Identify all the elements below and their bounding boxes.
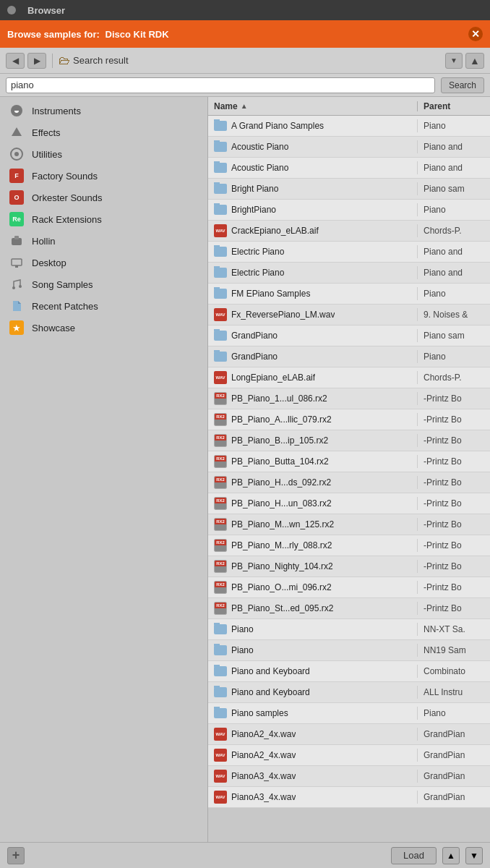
sidebar-item-label: Desktop bbox=[32, 258, 66, 268]
table-row[interactable]: RX2PB_Piano_Nighty_104.rx2-Printz Bo bbox=[208, 556, 490, 577]
table-row[interactable]: RX2PB_Piano_St...ed_095.rx2-Printz Bo bbox=[208, 598, 490, 619]
nav-up-button[interactable]: ▲ bbox=[465, 53, 484, 69]
sidebar-item-showcase[interactable]: ★Showcase bbox=[0, 317, 207, 339]
forward-button[interactable]: ▶ bbox=[27, 53, 46, 69]
folder-icon bbox=[214, 686, 227, 699]
table-row[interactable]: FM EPiano SamplesPiano bbox=[208, 284, 490, 305]
table-row[interactable]: RX2PB_Piano_1...ul_086.rx2-Printz Bo bbox=[208, 388, 490, 409]
col-name-header[interactable]: Name ▲ bbox=[208, 101, 418, 111]
table-row[interactable]: WAVFx_ReversePiano_LM.wav9. Noises & bbox=[208, 305, 490, 326]
table-row[interactable]: WAVLongEpiano_eLAB.aifChords-P. bbox=[208, 367, 490, 388]
title-bar: Browser bbox=[0, 0, 490, 20]
folder-icon bbox=[214, 203, 227, 216]
file-name-cell: RX2PB_Piano_H...ds_092.rx2 bbox=[208, 476, 418, 489]
file-name-cell: WAVFx_ReversePiano_LM.wav bbox=[208, 308, 418, 321]
file-name-cell: RX2PB_Piano_M...wn_125.rx2 bbox=[208, 518, 418, 531]
file-name-cell: Piano samples bbox=[208, 707, 418, 720]
wav-icon: WAV bbox=[214, 770, 227, 783]
sidebar-item-instruments[interactable]: Instruments bbox=[0, 100, 207, 122]
folder-icon: 🗁 bbox=[59, 54, 70, 67]
file-name-cell: Piano and Keyboard bbox=[208, 665, 418, 678]
factory-icon: F bbox=[9, 168, 25, 184]
browse-name: Disco Kit RDK bbox=[106, 29, 169, 40]
file-panel: Name ▲ Parent A Grand Piano SamplesPiano… bbox=[208, 97, 490, 842]
file-name-cell: RX2PB_Piano_Nighty_104.rx2 bbox=[208, 560, 418, 573]
table-row[interactable]: RX2PB_Piano_M...rly_088.rx2-Printz Bo bbox=[208, 535, 490, 556]
sidebar-item-label: Hollin bbox=[32, 236, 56, 247]
close-button[interactable]: ✕ bbox=[468, 27, 483, 41]
file-list[interactable]: A Grand Piano SamplesPianoAcoustic Piano… bbox=[208, 116, 490, 842]
sidebar-item-effects[interactable]: Effects bbox=[0, 122, 207, 143]
sidebar-item-desktop[interactable]: Desktop bbox=[0, 252, 207, 273]
table-row[interactable]: RX2PB_Piano_B...ip_105.rx2-Printz Bo bbox=[208, 430, 490, 451]
table-row[interactable]: WAVCrackEpiano_eLAB.aifChords-P. bbox=[208, 221, 490, 242]
file-parent: -Printz Bo bbox=[418, 477, 490, 488]
file-parent: NN-XT Sa. bbox=[418, 624, 490, 634]
file-name-cell: Bright Piano bbox=[208, 182, 418, 195]
back-button[interactable]: ◀ bbox=[6, 53, 25, 69]
file-parent: Piano and bbox=[418, 268, 490, 278]
col-parent-header[interactable]: Parent bbox=[418, 101, 490, 111]
table-row[interactable]: BrightPianoPiano bbox=[208, 200, 490, 221]
table-row[interactable]: RX2PB_Piano_H...ds_092.rx2-Printz Bo bbox=[208, 472, 490, 493]
table-row[interactable]: RX2PB_Piano_O...mi_096.rx2-Printz Bo bbox=[208, 577, 490, 598]
table-row[interactable]: RX2PB_Piano_M...wn_125.rx2-Printz Bo bbox=[208, 514, 490, 535]
sidebar-item-rack[interactable]: ReRack Extensions bbox=[0, 208, 207, 230]
sidebar-item-orkester[interactable]: OOrkester Sounds bbox=[0, 187, 207, 208]
table-row[interactable]: RX2PB_Piano_A...llic_079.rx2-Printz Bo bbox=[208, 409, 490, 430]
table-row[interactable]: WAVPianoA2_4x.wavGrandPian bbox=[208, 745, 490, 766]
file-name-cell: WAVPianoA2_4x.wav bbox=[208, 749, 418, 762]
table-row[interactable]: WAVPianoA3_4x.wavGrandPian bbox=[208, 766, 490, 787]
folder-icon bbox=[214, 623, 227, 636]
add-button[interactable]: + bbox=[7, 847, 25, 864]
window-dot bbox=[7, 6, 16, 14]
file-name: PianoA3_4x.wav bbox=[231, 771, 296, 781]
wav-icon: WAV bbox=[214, 224, 227, 237]
table-row[interactable]: GrandPianoPiano sam bbox=[208, 326, 490, 346]
file-name-cell: Piano and Keyboard bbox=[208, 686, 418, 699]
rx2-icon: RX2 bbox=[214, 392, 227, 405]
table-row[interactable]: Electric PianoPiano and bbox=[208, 242, 490, 263]
search-input[interactable] bbox=[6, 77, 435, 93]
table-row[interactable]: PianoNN-XT Sa. bbox=[208, 619, 490, 640]
file-name-cell: Electric Piano bbox=[208, 266, 418, 279]
sidebar-item-recent[interactable]: Recent Patches bbox=[0, 295, 207, 317]
table-row[interactable]: Piano samplesPiano bbox=[208, 703, 490, 724]
folder-icon bbox=[214, 707, 227, 720]
search-button[interactable]: Search bbox=[441, 77, 484, 93]
sidebar-item-factory[interactable]: FFactory Sounds bbox=[0, 165, 207, 187]
file-name: Piano bbox=[231, 624, 254, 634]
file-name: PB_Piano_Nighty_104.rx2 bbox=[231, 561, 333, 571]
scroll-down-button[interactable]: ▼ bbox=[465, 847, 483, 864]
file-parent: Combinato bbox=[418, 666, 490, 676]
sidebar-item-song[interactable]: Song Samples bbox=[0, 273, 207, 295]
table-row[interactable]: Bright PianoPiano sam bbox=[208, 179, 490, 200]
file-name: PB_Piano_H...un_083.rx2 bbox=[231, 498, 332, 509]
table-row[interactable]: Acoustic PianoPiano and bbox=[208, 158, 490, 179]
table-row[interactable]: WAVPianoA3_4x.wavGrandPian bbox=[208, 787, 490, 808]
load-button[interactable]: Load bbox=[391, 847, 437, 864]
nav-dropdown-button[interactable]: ▼ bbox=[445, 53, 463, 69]
rx2-icon: RX2 bbox=[214, 455, 227, 468]
table-row[interactable]: RX2PB_Piano_H...un_083.rx2-Printz Bo bbox=[208, 493, 490, 514]
table-row[interactable]: PianoNN19 Sam bbox=[208, 640, 490, 661]
table-row[interactable]: Electric PianoPiano and bbox=[208, 263, 490, 284]
file-name: Acoustic Piano bbox=[231, 142, 288, 152]
table-row[interactable]: Piano and KeyboardCombinato bbox=[208, 661, 490, 682]
table-row[interactable]: Acoustic PianoPiano and bbox=[208, 137, 490, 158]
scroll-up-button[interactable]: ▲ bbox=[442, 847, 460, 864]
nav-separator bbox=[52, 54, 53, 68]
table-row[interactable]: GrandPianoPiano bbox=[208, 346, 490, 367]
file-parent: GrandPian bbox=[418, 729, 490, 739]
table-row[interactable]: WAVPianoA2_4x.wavGrandPian bbox=[208, 724, 490, 745]
folder-icon bbox=[214, 266, 227, 279]
effects-icon bbox=[9, 124, 25, 140]
sidebar-item-hollin[interactable]: Hollin bbox=[0, 230, 207, 252]
file-name-cell: WAVLongEpiano_eLAB.aif bbox=[208, 371, 418, 384]
table-row[interactable]: RX2PB_Piano_Butta_104.rx2-Printz Bo bbox=[208, 451, 490, 472]
folder-icon bbox=[214, 140, 227, 153]
table-row[interactable]: A Grand Piano SamplesPiano bbox=[208, 116, 490, 137]
sidebar-item-utilities[interactable]: Utilities bbox=[0, 143, 207, 165]
file-parent: Piano and bbox=[418, 247, 490, 257]
table-row[interactable]: Piano and KeyboardALL Instru bbox=[208, 682, 490, 703]
